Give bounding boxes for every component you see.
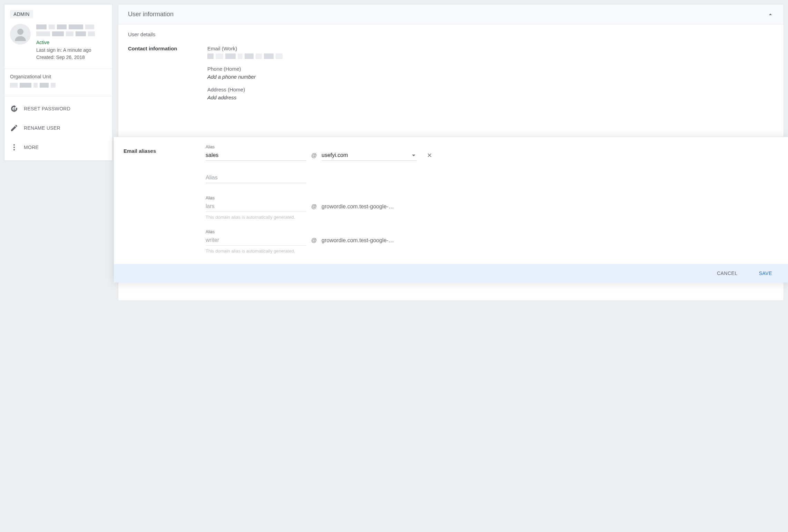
alias-list: Alias @ usefyi.com: [206, 145, 778, 260]
cancel-button[interactable]: CANCEL: [715, 270, 740, 276]
aliases-footer: CANCEL SAVE: [114, 264, 788, 283]
org-unit-section: Organizational Unit: [4, 69, 112, 96]
add-phone-link[interactable]: Add a phone number: [207, 74, 774, 80]
user-details-heading: User details: [128, 31, 774, 37]
auto-generated-note: This domain alias is automatically gener…: [206, 215, 778, 220]
alias-input[interactable]: [206, 173, 306, 183]
email-label: Email (Work): [207, 46, 774, 51]
rename-user-action[interactable]: RENAME USER: [4, 118, 112, 138]
alias-field-label: Alias: [206, 196, 306, 200]
chevron-up-icon: [767, 11, 774, 18]
profile-info: Active Last sign in: A minute ago Create…: [36, 24, 107, 61]
alias-row: [206, 173, 778, 183]
domain-static: growordie.com.test-google-…: [322, 236, 394, 246]
status-active: Active: [36, 40, 107, 45]
sidebar-actions: RESET PASSWORD RENAME USER MORE: [4, 96, 112, 160]
alias-field-label: Alias: [206, 229, 306, 234]
pencil-icon: [10, 124, 18, 132]
last-signin-text: Last sign in: A minute ago: [36, 47, 107, 54]
phone-block: Phone (Home) Add a phone number: [207, 66, 774, 80]
alias-row: Alias @ usefyi.com: [206, 145, 778, 161]
contact-info-heading: Contact information: [128, 46, 177, 51]
more-label: MORE: [24, 145, 39, 150]
redacted-name-row1: [36, 24, 107, 29]
svg-point-2: [13, 144, 15, 146]
save-button[interactable]: SAVE: [757, 270, 774, 276]
at-sign: @: [311, 152, 317, 161]
domain-value: usefyi.com: [322, 152, 348, 158]
avatar-icon: [10, 24, 31, 45]
profile-section: Active Last sign in: A minute ago Create…: [4, 21, 112, 69]
auto-generated-note: This domain alias is automatically gener…: [206, 248, 778, 254]
alias-input: [206, 202, 306, 212]
chevron-down-icon: [412, 155, 415, 156]
reset-password-action[interactable]: RESET PASSWORD: [4, 99, 112, 118]
alias-row: Alias @ growordie.com.test-google-… This…: [206, 196, 778, 220]
more-action[interactable]: MORE: [4, 138, 112, 157]
org-unit-label: Organizational Unit: [10, 74, 107, 79]
role-chip: ADMIN: [10, 10, 33, 18]
panel-title: User information: [128, 11, 174, 18]
svg-point-3: [13, 147, 15, 148]
at-sign: @: [311, 237, 317, 246]
at-sign: @: [311, 204, 317, 212]
address-block: Address (Home) Add address: [207, 87, 774, 100]
user-sidebar-card: ADMIN Active Last sign in: A minute ago …: [4, 4, 112, 161]
alias-input: [206, 236, 306, 246]
remove-alias-button[interactable]: [426, 152, 433, 161]
email-aliases-panel: Email aliases Alias @ usefyi.com: [114, 137, 788, 283]
phone-label: Phone (Home): [207, 66, 774, 72]
redacted-email-value: [207, 53, 774, 59]
domain-dropdown[interactable]: usefyi.com: [322, 151, 417, 161]
alias-input[interactable]: [206, 151, 306, 161]
redacted-org-unit: [10, 83, 107, 88]
panel-body: User details Contact information Email (…: [118, 24, 784, 114]
contact-info-section: Contact information Email (Work) Phone (…: [128, 46, 774, 107]
rename-user-label: RENAME USER: [24, 125, 60, 131]
reset-password-icon: [10, 105, 18, 113]
domain-static: growordie.com.test-google-…: [322, 202, 394, 212]
more-vert-icon: [10, 143, 18, 151]
address-label: Address (Home): [207, 87, 774, 92]
created-text: Created: Sep 26, 2018: [36, 54, 107, 61]
email-aliases-heading: Email aliases: [124, 145, 206, 260]
panel-header[interactable]: User information: [118, 4, 784, 24]
svg-rect-1: [14, 109, 14, 110]
reset-password-label: RESET PASSWORD: [24, 106, 70, 111]
alias-row: Alias @ growordie.com.test-google-… This…: [206, 229, 778, 254]
svg-point-4: [13, 149, 15, 150]
add-address-link[interactable]: Add address: [207, 95, 774, 100]
close-icon: [426, 152, 433, 158]
email-block: Email (Work): [207, 46, 774, 59]
redacted-name-row2: [36, 31, 107, 36]
alias-field-label: Alias: [206, 145, 306, 149]
